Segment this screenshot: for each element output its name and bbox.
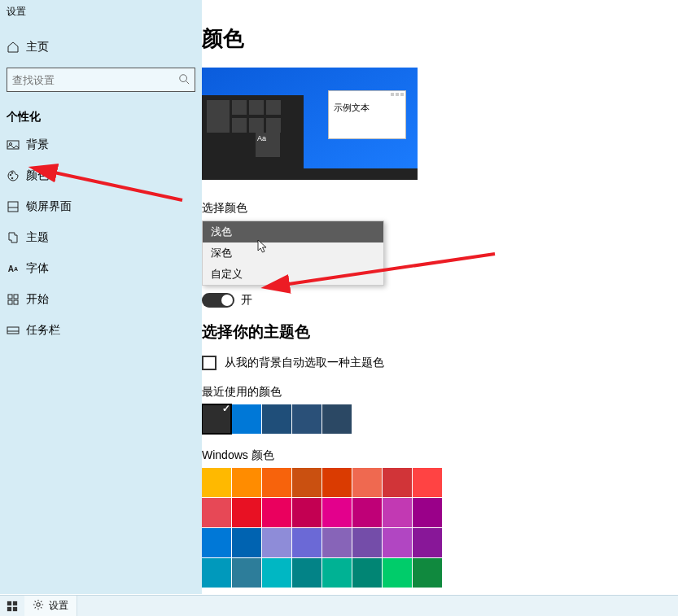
preview-sample-text: 示例文本: [329, 99, 405, 116]
palette-color-swatch[interactable]: [352, 498, 382, 527]
accent-color-title: 选择你的主题色: [202, 321, 678, 343]
palette-color-swatch[interactable]: [202, 468, 231, 497]
recent-color-swatch[interactable]: [262, 404, 291, 434]
theme-preview: 示例文本 Aa: [202, 68, 418, 180]
sidebar-item-taskbar[interactable]: 任务栏: [0, 315, 202, 346]
search-icon: [178, 73, 190, 87]
palette-color-swatch[interactable]: [232, 498, 261, 527]
recent-color-swatch[interactable]: [322, 404, 352, 434]
font-icon: AA: [7, 262, 20, 275]
palette-color-swatch[interactable]: [383, 558, 412, 588]
sidebar-item-label: 锁屏界面: [26, 199, 72, 214]
dropdown-opt-dark[interactable]: 深色: [203, 242, 383, 264]
mouse-cursor: [257, 239, 269, 256]
palette-color-swatch[interactable]: [202, 558, 231, 588]
svg-point-4: [11, 173, 13, 174]
recent-color-swatch[interactable]: [232, 404, 261, 434]
home-icon: [7, 41, 20, 54]
palette-color-swatch[interactable]: [262, 558, 291, 588]
palette-color-swatch[interactable]: [232, 558, 261, 588]
taskbar-app-settings[interactable]: 设置: [24, 596, 77, 617]
palette-color-swatch[interactable]: [352, 468, 382, 497]
sidebar-item-fonts[interactable]: AA 字体: [0, 253, 202, 284]
sidebar-item-themes[interactable]: 主题: [0, 222, 202, 253]
svg-rect-14: [7, 606, 11, 610]
svg-rect-15: [13, 606, 17, 610]
search-box[interactable]: [7, 68, 195, 92]
palette-color-swatch[interactable]: [413, 528, 442, 557]
dropdown-opt-light[interactable]: 浅色: [203, 221, 383, 242]
palette-color-swatch[interactable]: [352, 558, 382, 588]
palette-color-swatch[interactable]: [352, 528, 382, 557]
search-input[interactable]: [12, 74, 178, 86]
sidebar-item-label: 字体: [26, 261, 49, 276]
palette-color-swatch[interactable]: [262, 498, 291, 527]
gear-icon: [33, 599, 44, 613]
svg-rect-9: [8, 300, 12, 304]
palette-color-swatch[interactable]: [292, 528, 322, 557]
nav-home-label: 主页: [26, 40, 49, 55]
toggle-on-label: 开: [241, 293, 252, 308]
preview-aa-tile: Aa: [256, 133, 280, 157]
palette-color-swatch[interactable]: [202, 528, 231, 557]
nav-home[interactable]: 主页: [0, 32, 202, 63]
sidebar-item-label: 任务栏: [26, 323, 60, 338]
sidebar-item-lockscreen[interactable]: 锁屏界面: [0, 191, 202, 222]
os-taskbar[interactable]: 设置: [0, 595, 678, 616]
palette-color-swatch[interactable]: [262, 528, 291, 557]
svg-rect-11: [7, 327, 19, 334]
recent-color-swatch[interactable]: [202, 404, 231, 434]
palette-color-swatch[interactable]: [322, 498, 352, 527]
sidebar-item-colors[interactable]: 颜色: [0, 160, 202, 191]
taskbar-icon: [7, 324, 20, 337]
sidebar-item-label: 主题: [26, 230, 49, 245]
palette-color-swatch[interactable]: [202, 498, 231, 527]
auto-pick-row[interactable]: 从我的背景自动选取一种主题色: [202, 356, 678, 370]
picture-icon: [7, 138, 20, 151]
auto-pick-checkbox[interactable]: [202, 356, 217, 370]
palette-color-swatch[interactable]: [413, 558, 442, 588]
svg-point-3: [10, 174, 11, 176]
start-button[interactable]: [0, 596, 24, 617]
palette-color-swatch[interactable]: [413, 468, 442, 497]
palette-color-swatch[interactable]: [383, 528, 412, 557]
palette-color-swatch[interactable]: [292, 498, 322, 527]
palette-color-swatch[interactable]: [262, 468, 291, 497]
color-mode-dropdown[interactable]: 浅色 深色 自定义: [202, 221, 384, 286]
palette-color-swatch[interactable]: [232, 528, 261, 557]
svg-point-0: [180, 74, 187, 81]
transparency-toggle-row: 开: [202, 293, 252, 308]
svg-rect-7: [8, 295, 12, 299]
palette-color-swatch[interactable]: [413, 498, 442, 527]
recent-colors-row: [202, 404, 678, 434]
sidebar-item-label: 开始: [26, 292, 49, 307]
palette-color-swatch[interactable]: [322, 558, 352, 588]
auto-pick-label: 从我的背景自动选取一种主题色: [225, 356, 384, 370]
sidebar-item-background[interactable]: 背景: [0, 129, 202, 160]
windows-colors-grid: [202, 468, 678, 588]
palette-color-swatch[interactable]: [232, 468, 261, 497]
app-title: 设置: [0, 2, 202, 32]
svg-rect-6: [8, 202, 18, 212]
palette-color-swatch[interactable]: [292, 558, 322, 588]
recent-color-swatch[interactable]: [292, 404, 322, 434]
start-icon: [7, 293, 20, 306]
dropdown-opt-custom[interactable]: 自定义: [203, 264, 383, 285]
sidebar-item-label: 颜色: [26, 168, 49, 183]
main-content: 颜色 示例文本 Aa 选择颜色 开 浅色 深色 自定义: [202, 0, 678, 594]
svg-rect-8: [14, 295, 18, 299]
palette-color-swatch[interactable]: [322, 468, 352, 497]
toggle-switch[interactable]: [202, 293, 234, 308]
svg-rect-10: [14, 300, 18, 304]
windows-colors-label: Windows 颜色: [202, 448, 678, 463]
palette-color-swatch[interactable]: [292, 468, 322, 497]
lockscreen-icon: [7, 200, 20, 213]
palette-color-swatch[interactable]: [383, 468, 412, 497]
palette-icon: [7, 169, 20, 182]
svg-rect-13: [13, 601, 17, 605]
svg-rect-12: [7, 601, 11, 605]
sidebar-item-start[interactable]: 开始: [0, 284, 202, 315]
sidebar-category-label: 个性化: [0, 100, 202, 129]
palette-color-swatch[interactable]: [322, 528, 352, 557]
palette-color-swatch[interactable]: [383, 498, 412, 527]
